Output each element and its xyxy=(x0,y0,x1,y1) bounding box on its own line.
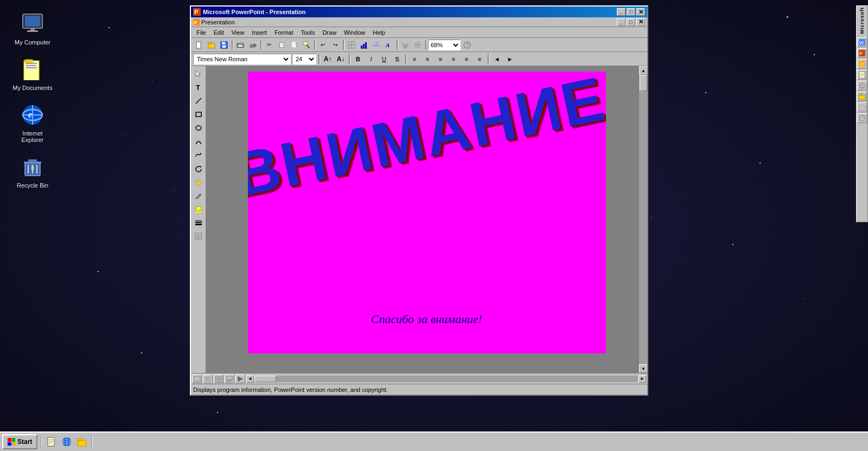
scroll-left-arrow[interactable]: ◄ xyxy=(246,375,254,383)
slide-view-outline[interactable] xyxy=(203,375,213,383)
redo-button[interactable]: ↪ xyxy=(329,39,341,51)
office-btn-8[interactable] xyxy=(857,113,867,123)
insert-wordart-button[interactable]: A xyxy=(383,39,395,51)
menu-tools[interactable]: Tools xyxy=(298,29,318,36)
fill-color-tool[interactable] xyxy=(192,203,205,216)
promote-button[interactable]: ◄ xyxy=(491,54,503,65)
autoshapes-tool[interactable] xyxy=(192,176,205,189)
pen-tool[interactable] xyxy=(192,189,205,202)
arc-tool[interactable] xyxy=(192,135,205,148)
close-button[interactable]: ✕ xyxy=(636,8,645,16)
help-button[interactable]: ? xyxy=(461,39,473,51)
doc-restore-button[interactable]: □ xyxy=(627,18,635,26)
minimize-button[interactable]: _ xyxy=(617,8,626,16)
scroll-thumb[interactable] xyxy=(640,75,647,91)
font-select[interactable]: Times New Roman Arial Courier New xyxy=(193,54,291,65)
menu-file[interactable]: File xyxy=(193,29,209,36)
scroll-right-arrow[interactable]: ► xyxy=(639,375,646,383)
taskbar-icon-document[interactable] xyxy=(45,435,58,448)
select-tool[interactable] xyxy=(192,67,205,80)
slide-view-sorter[interactable] xyxy=(214,375,224,383)
align-center-button[interactable]: ≡ xyxy=(422,54,433,65)
undo-button[interactable]: ↩ xyxy=(317,39,329,51)
insert-table-button[interactable] xyxy=(346,39,358,51)
rectangle-tool[interactable] xyxy=(192,108,205,121)
increase-font-button[interactable]: A↑ xyxy=(322,54,334,65)
open-button[interactable] xyxy=(206,39,218,51)
slide-area[interactable]: ВНИМАНИЕ! Спасибо за внимание! ▲ ▼ xyxy=(206,66,647,373)
copy-button[interactable]: 📋 xyxy=(276,39,288,51)
italic-button[interactable]: I xyxy=(365,54,377,65)
freeform-tool[interactable] xyxy=(192,149,205,162)
align-left-button[interactable]: ≡ xyxy=(409,54,420,65)
demote-button[interactable]: ► xyxy=(504,54,516,65)
size-select[interactable]: 24 12 14 18 36 48 72 xyxy=(292,54,316,65)
cut-button[interactable]: ✂ xyxy=(263,39,275,51)
taskbar-icon-folder[interactable] xyxy=(75,435,88,448)
text-tool[interactable]: T xyxy=(192,81,205,94)
format-painter-button[interactable] xyxy=(301,39,312,51)
line-style-tool[interactable] xyxy=(192,216,205,229)
scroll-track[interactable] xyxy=(639,75,647,364)
decrease-font-button[interactable]: A↓ xyxy=(335,54,347,65)
rotate-tool[interactable] xyxy=(192,162,205,175)
paste-button[interactable]: 📑 xyxy=(288,39,300,51)
doc-close-button[interactable]: ✕ xyxy=(636,18,645,26)
spell-check-button[interactable]: ABC xyxy=(247,39,259,51)
indent-less-button[interactable]: ≡ xyxy=(474,54,486,65)
slide-show-button[interactable] xyxy=(235,375,245,383)
slide-layout-tool[interactable] xyxy=(192,230,205,243)
shadow-button[interactable]: S xyxy=(391,54,403,65)
office-btn-4[interactable] xyxy=(857,70,867,80)
line-tool[interactable] xyxy=(192,94,205,107)
print-preview-button[interactable] xyxy=(234,39,246,51)
svg-rect-39 xyxy=(361,46,362,48)
h-scroll-thumb[interactable] xyxy=(254,376,276,382)
menu-window[interactable]: Window xyxy=(341,29,368,36)
taskbar: Start xyxy=(0,431,868,451)
start-button[interactable]: Start xyxy=(2,434,37,449)
slide-view-notes[interactable] xyxy=(225,375,234,383)
save-button[interactable] xyxy=(218,39,230,51)
vertical-scrollbar[interactable]: ▲ ▼ xyxy=(639,66,647,373)
taskbar-icon-ie[interactable] xyxy=(60,435,73,448)
desktop-icon-my-computer[interactable]: My Computer xyxy=(11,11,54,46)
new-button[interactable] xyxy=(193,39,205,51)
doc-minimize-button[interactable]: _ xyxy=(617,18,626,26)
office-btn-7[interactable] xyxy=(857,102,867,112)
desktop-icon-recycle-bin[interactable]: Recycle Bin xyxy=(11,154,54,189)
menu-edit[interactable]: Edit xyxy=(210,29,227,36)
horizontal-scrollbar[interactable]: ◄ ► xyxy=(246,375,646,383)
insert-org-button[interactable] xyxy=(371,39,382,51)
svg-point-50 xyxy=(417,44,419,46)
h-scroll-track[interactable] xyxy=(254,376,638,382)
menu-insert[interactable]: Insert xyxy=(248,29,270,36)
numbered-list-button[interactable]: ≡ xyxy=(448,54,459,65)
desktop-icon-internet-explorer[interactable]: e InternetExplorer xyxy=(11,102,54,143)
insert-chart-button[interactable] xyxy=(358,39,370,51)
zoom-select[interactable]: 68% 50% 75% 100% xyxy=(428,40,461,50)
svg-text:W: W xyxy=(859,40,864,46)
expand-all-button[interactable] xyxy=(399,39,411,51)
bullet-list-button[interactable]: ≡ xyxy=(435,54,446,65)
scroll-down-arrow[interactable]: ▼ xyxy=(639,364,647,373)
show-format-button[interactable] xyxy=(412,39,424,51)
office-btn-1[interactable]: W xyxy=(857,37,867,47)
underline-button[interactable]: U xyxy=(378,54,390,65)
ellipse-tool[interactable] xyxy=(192,121,205,134)
title-bar: P Microsoft PowerPoint - Presentation _ … xyxy=(191,7,647,17)
menu-view[interactable]: View xyxy=(228,29,248,36)
scroll-up-arrow[interactable]: ▲ xyxy=(639,66,647,75)
office-btn-3[interactable]: ⏱ xyxy=(857,59,867,69)
menu-draw[interactable]: Draw xyxy=(319,29,340,36)
indent-more-button[interactable]: ≡ xyxy=(461,54,473,65)
menu-help[interactable]: Help xyxy=(369,29,388,36)
slide-view-normal[interactable] xyxy=(192,375,202,383)
office-btn-6[interactable] xyxy=(857,92,867,101)
desktop-icon-my-documents[interactable]: My Documents xyxy=(11,56,54,91)
bold-button[interactable]: B xyxy=(352,54,364,65)
menu-format[interactable]: Format xyxy=(271,29,297,36)
office-btn-5[interactable] xyxy=(857,81,867,91)
office-btn-2[interactable]: P xyxy=(857,48,867,58)
maximize-button[interactable]: □ xyxy=(627,8,635,16)
